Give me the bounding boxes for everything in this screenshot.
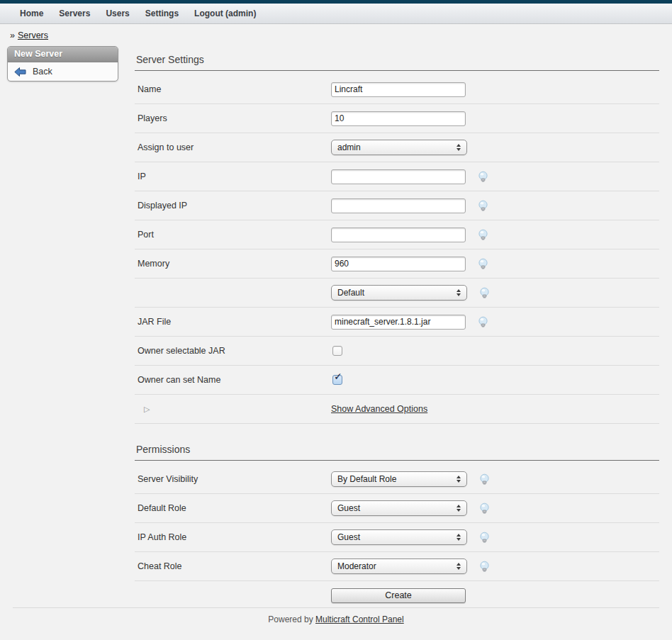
form-row-create: Create: [135, 581, 659, 610]
help-bulb-icon[interactable]: [477, 258, 489, 270]
help-bulb-icon[interactable]: [477, 200, 489, 212]
form-row-default-profile: Default: [135, 279, 659, 308]
main-content: Server Settings Name Players Assign to u…: [135, 48, 659, 610]
select-value: admin: [337, 142, 361, 152]
nav-item-servers[interactable]: Servers: [59, 9, 90, 18]
default-role-select[interactable]: Guest: [331, 500, 467, 516]
section-title-permissions: Permissions: [135, 438, 659, 460]
page-footer: Powered by Multicraft Control Panel: [0, 607, 672, 624]
default-profile-select[interactable]: Default: [331, 285, 467, 301]
form-row-ip: IP: [135, 162, 659, 191]
field-label: Default Role: [135, 503, 331, 513]
form-row-jar-file: JAR File: [135, 308, 659, 337]
select-value: Moderator: [337, 561, 376, 571]
form-row-default-role: Default Role Guest: [135, 494, 659, 523]
select-arrows-icon: [457, 505, 461, 512]
name-input[interactable]: [331, 82, 466, 97]
form-row-players: Players: [135, 104, 659, 133]
form-row-port: Port: [135, 220, 659, 249]
section-title-server-settings: Server Settings: [135, 48, 659, 70]
help-bulb-icon[interactable]: [478, 503, 491, 515]
field-label: Assign to user: [135, 142, 331, 152]
field-label: Cheat Role: [135, 561, 331, 571]
form-row-assign-user: Assign to user admin: [135, 133, 659, 162]
help-bulb-icon[interactable]: [477, 171, 489, 183]
owner-can-set-name-checkbox[interactable]: ✓: [332, 375, 342, 385]
footer-text: Powered by Multicraft Control Panel: [0, 608, 672, 624]
form-row-owner-selectable-jar: Owner selectable JAR: [135, 337, 659, 366]
sidebar-panel: New Server Back: [7, 46, 118, 82]
assign-user-select[interactable]: admin: [331, 140, 467, 155]
field-label: JAR File: [135, 317, 331, 327]
back-label: Back: [33, 67, 52, 77]
select-arrows-icon: [457, 534, 461, 541]
select-value: By Default Role: [337, 474, 396, 484]
select-arrows-icon: [457, 289, 461, 296]
help-bulb-icon[interactable]: [477, 316, 489, 328]
field-label: Owner selectable JAR: [135, 346, 331, 356]
main-nav: Home Servers Users Settings Logout (admi…: [0, 4, 672, 24]
breadcrumb: »Servers: [10, 30, 672, 40]
breadcrumb-servers-link[interactable]: Servers: [18, 30, 48, 40]
field-label: Port: [135, 230, 331, 240]
form-row-cheat-role: Cheat Role Moderator: [135, 552, 659, 581]
multicraft-link[interactable]: Multicraft Control Panel: [315, 614, 404, 624]
field-label: Server Visibility: [135, 474, 331, 484]
help-bulb-icon[interactable]: [478, 287, 491, 299]
owner-selectable-jar-checkbox[interactable]: [332, 346, 342, 356]
form-row-owner-can-set-name: Owner can set Name ✓: [135, 366, 659, 395]
select-value: Default: [337, 288, 364, 298]
show-advanced-options-link[interactable]: Show Advanced Options: [331, 404, 427, 414]
form-row-name: Name: [135, 75, 659, 104]
server-visibility-select[interactable]: By Default Role: [331, 471, 467, 487]
check-icon: ✓: [334, 371, 342, 382]
sidebar-title: New Server: [8, 47, 118, 62]
form-row-advanced-options: ▷ Show Advanced Options: [135, 395, 659, 424]
field-label: Displayed IP: [135, 201, 331, 210]
help-bulb-icon[interactable]: [478, 473, 491, 485]
form-row-memory: Memory: [135, 249, 659, 279]
memory-input[interactable]: [331, 257, 466, 271]
displayed-ip-input[interactable]: [331, 198, 466, 213]
help-bulb-icon[interactable]: [477, 229, 489, 241]
jar-file-input[interactable]: [331, 315, 466, 330]
port-input[interactable]: [331, 228, 466, 242]
back-button[interactable]: Back: [8, 62, 118, 81]
section-rule: [135, 460, 659, 461]
permissions-section: Permissions Server Visibility By Default…: [135, 438, 659, 610]
nav-item-users[interactable]: Users: [106, 9, 129, 18]
field-label: Name: [135, 84, 331, 94]
select-arrows-icon: [457, 476, 461, 483]
field-label: Memory: [135, 259, 331, 269]
help-bulb-icon[interactable]: [478, 561, 491, 573]
breadcrumb-arrow: »: [10, 30, 15, 40]
ip-auth-role-select[interactable]: Guest: [331, 529, 467, 545]
select-value: Guest: [337, 532, 360, 542]
field-label: ▷: [135, 404, 331, 414]
create-button[interactable]: Create: [331, 588, 466, 603]
cheat-role-select[interactable]: Moderator: [331, 558, 467, 574]
form-row-displayed-ip: Displayed IP: [135, 191, 659, 220]
form-row-server-visibility: Server Visibility By Default Role: [135, 465, 659, 494]
expand-triangle-icon[interactable]: ▷: [138, 405, 150, 413]
select-value: Guest: [337, 503, 360, 513]
field-label: Players: [135, 113, 331, 123]
field-label: IP: [135, 172, 331, 181]
nav-item-home[interactable]: Home: [20, 9, 43, 18]
section-rule: [135, 70, 659, 71]
nav-item-settings[interactable]: Settings: [145, 9, 179, 18]
nav-item-logout[interactable]: Logout (admin): [194, 9, 256, 18]
select-arrows-icon: [457, 563, 461, 570]
field-label: IP Auth Role: [135, 532, 331, 542]
back-arrow-icon: [14, 67, 26, 77]
help-bulb-icon[interactable]: [478, 532, 491, 544]
field-label: Owner can set Name: [135, 375, 331, 385]
form-row-ip-auth-role: IP Auth Role Guest: [135, 523, 659, 552]
players-input[interactable]: [331, 111, 466, 126]
ip-input[interactable]: [331, 169, 466, 184]
page: Home Servers Users Settings Logout (admi…: [0, 0, 672, 640]
select-arrows-icon: [457, 144, 461, 151]
powered-by-label: Powered by: [268, 614, 315, 624]
